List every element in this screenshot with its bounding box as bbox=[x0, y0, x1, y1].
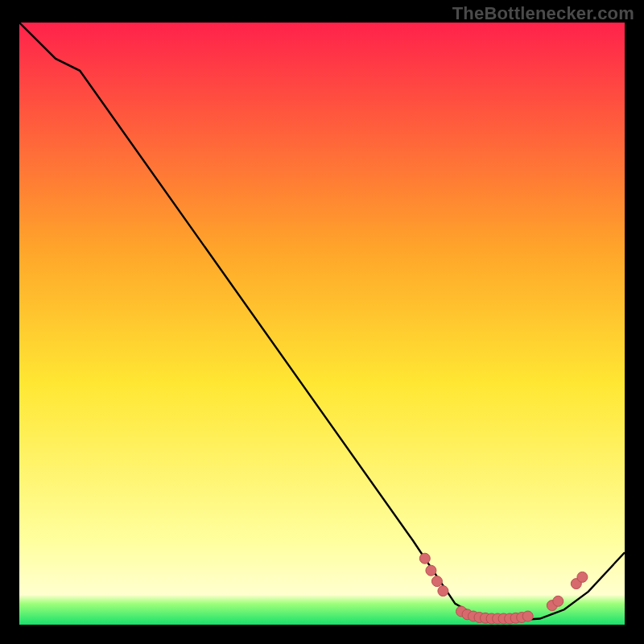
data-marker bbox=[553, 596, 564, 606]
watermark-text: TheBottlenecker.com bbox=[452, 3, 634, 24]
chart-svg bbox=[19, 23, 625, 625]
chart-frame: TheBottlenecker.com bbox=[0, 0, 644, 644]
data-marker bbox=[426, 565, 436, 576]
plot-area bbox=[19, 23, 625, 625]
data-marker bbox=[431, 576, 442, 587]
data-marker bbox=[577, 572, 588, 582]
data-marker bbox=[438, 586, 448, 597]
data-marker bbox=[419, 553, 430, 564]
data-marker bbox=[522, 611, 533, 621]
